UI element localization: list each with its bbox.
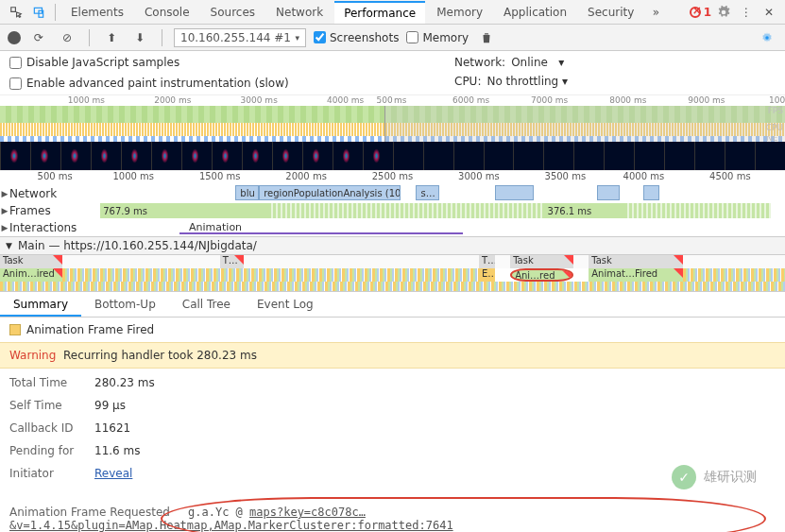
screenshot-thumb[interactable] — [453, 142, 484, 170]
network-bar[interactable] — [597, 185, 621, 200]
screenshot-thumb[interactable] — [573, 142, 604, 170]
expand-icon[interactable]: ▶ — [0, 223, 9, 232]
kebab-menu-icon[interactable]: ⋮ — [736, 2, 757, 23]
screenshot-thumb[interactable] — [181, 142, 212, 170]
screenshot-thumb[interactable] — [302, 142, 333, 170]
network-bar[interactable] — [643, 185, 659, 200]
tab-memory[interactable]: Memory — [427, 2, 492, 23]
capture-settings-gear-icon[interactable] — [757, 27, 777, 48]
interactions-track[interactable]: ▶ Interactions Animation — [0, 219, 785, 236]
cpu-throttle-label: CPU: — [454, 75, 481, 88]
screenshot-thumb[interactable] — [694, 142, 725, 170]
flame-bar-group[interactable] — [683, 268, 785, 282]
clear-icon[interactable]: ⊘ — [57, 27, 77, 48]
flame-bar[interactable]: Animat…Fired — [589, 268, 683, 282]
tab-call-tree[interactable]: Call Tree — [169, 292, 244, 317]
screenshot-thumb[interactable] — [91, 142, 121, 170]
screenshot-thumb[interactable] — [604, 142, 634, 170]
frame-bar[interactable]: 376.1 ms — [545, 203, 625, 218]
total-time-key: Total Time — [9, 376, 94, 389]
recording-picker[interactable]: 10.160.255.144 #1 ▾ — [174, 28, 306, 47]
close-icon[interactable]: ✕ — [759, 2, 779, 23]
overview-ruler[interactable]: 1000 ms 2000 ms 3000 ms 4000 ms 500 ms 6… — [0, 94, 785, 106]
tab-security[interactable]: Security — [578, 2, 643, 23]
network-track[interactable]: ▶ Network blu regionPopulationAnalysis (… — [0, 185, 785, 202]
tab-performance[interactable]: Performance — [334, 1, 425, 24]
screenshot-thumb[interactable] — [543, 142, 573, 170]
upload-icon[interactable]: ⬆ — [101, 27, 122, 48]
flame-lower-rows[interactable] — [0, 282, 785, 291]
screenshot-thumb[interactable] — [151, 142, 181, 170]
screenshot-thumb[interactable] — [272, 142, 302, 170]
task-bar[interactable]: T… — [220, 255, 244, 268]
screenshot-thumb[interactable] — [363, 142, 393, 170]
network-throttle-select[interactable]: Online ▾ — [511, 56, 587, 69]
frames-track[interactable]: ▶ Frames 767.9 ms 376.1 ms — [0, 202, 785, 219]
task-bar[interactable]: Task — [589, 255, 683, 268]
screenshot-thumb[interactable] — [484, 142, 514, 170]
frame-bar[interactable] — [268, 203, 545, 218]
cpu-throttle-select[interactable]: No throttling ▾ — [486, 75, 568, 88]
flame-bar[interactable]: E… — [479, 268, 495, 282]
expand-icon[interactable]: ▶ — [0, 189, 9, 198]
task-bar[interactable]: Task — [0, 255, 62, 268]
adv-paint-label: Enable advanced paint instrumentation (s… — [26, 77, 289, 90]
screenshot-thumb[interactable] — [60, 142, 91, 170]
tick: 9000 ms — [688, 95, 725, 105]
expand-icon[interactable]: ▶ — [0, 206, 9, 215]
screenshot-thumb[interactable] — [755, 142, 785, 170]
network-bar[interactable] — [495, 185, 535, 200]
screenshot-thumb[interactable] — [0, 142, 30, 170]
device-toggle-icon[interactable] — [28, 2, 49, 23]
flame-bar[interactable]: Anim…ired — [0, 268, 62, 282]
flame-bar-group[interactable] — [62, 268, 478, 282]
memory-checkbox[interactable]: Memory — [406, 31, 469, 44]
tab-sources[interactable]: Sources — [201, 2, 265, 23]
pending-for-value: 11.6 ms — [94, 444, 776, 457]
error-count-badge[interactable]: 1 — [690, 6, 711, 19]
reload-icon[interactable]: ⟳ — [28, 27, 49, 48]
screenshot-thumb[interactable] — [664, 142, 694, 170]
screenshot-thumb[interactable] — [423, 142, 453, 170]
frame-bar[interactable]: 767.9 ms — [100, 203, 267, 218]
interaction-bar[interactable] — [179, 232, 463, 234]
overview-strip[interactable]: FPS CPU NET — [0, 106, 785, 142]
screenshot-thumb[interactable] — [333, 142, 363, 170]
screenshot-thumb[interactable] — [242, 142, 272, 170]
adv-paint-checkbox[interactable]: Enable advanced paint instrumentation (s… — [9, 77, 289, 90]
screenshot-thumb[interactable] — [121, 142, 151, 170]
task-bar[interactable]: T… — [479, 255, 495, 268]
settings-gear-icon[interactable] — [713, 2, 734, 23]
task-bar[interactable]: Task — [510, 255, 572, 268]
more-tabs-icon[interactable]: » — [645, 2, 666, 23]
screenshot-thumb[interactable] — [30, 142, 60, 170]
disable-js-samples-checkbox[interactable]: Disable JavaScript samples — [9, 56, 289, 69]
record-button[interactable] — [8, 31, 21, 44]
flame-bar-selected[interactable]: Ani…red — [510, 268, 572, 282]
screenshots-checkbox[interactable]: Screenshots — [314, 31, 399, 44]
inspect-icon[interactable] — [6, 2, 26, 23]
detail-ruler[interactable]: 500 ms 1000 ms 1500 ms 2000 ms 2500 ms 3… — [0, 170, 785, 185]
screenshot-filmstrip[interactable] — [0, 142, 785, 170]
collapse-icon[interactable]: ▼ — [6, 241, 12, 250]
trash-icon[interactable] — [476, 27, 497, 48]
network-bar[interactable]: s… — [416, 185, 439, 200]
screenshot-thumb[interactable] — [634, 142, 664, 170]
tick: 7000 ms — [531, 95, 568, 105]
frame-bar[interactable] — [624, 203, 770, 218]
network-bar[interactable]: regionPopulationAnalysis (10… — [259, 185, 401, 200]
screenshot-thumb[interactable] — [212, 142, 242, 170]
screenshot-thumb[interactable] — [725, 142, 755, 170]
tab-bottom-up[interactable]: Bottom-Up — [81, 292, 169, 317]
tab-elements[interactable]: Elements — [61, 2, 133, 23]
tab-application[interactable]: Application — [494, 2, 576, 23]
screenshot-thumb[interactable] — [513, 142, 543, 170]
network-bar[interactable]: blu — [235, 185, 259, 200]
screenshot-thumb[interactable] — [393, 142, 423, 170]
tab-summary[interactable]: Summary — [0, 292, 81, 317]
tab-console[interactable]: Console — [135, 2, 199, 23]
download-icon[interactable]: ⬇ — [129, 27, 150, 48]
tab-event-log[interactable]: Event Log — [244, 292, 327, 317]
tab-network[interactable]: Network — [266, 2, 333, 23]
main-thread-header[interactable]: ▼ Main — https://10.160.255.144/NJbigdat… — [0, 236, 785, 255]
